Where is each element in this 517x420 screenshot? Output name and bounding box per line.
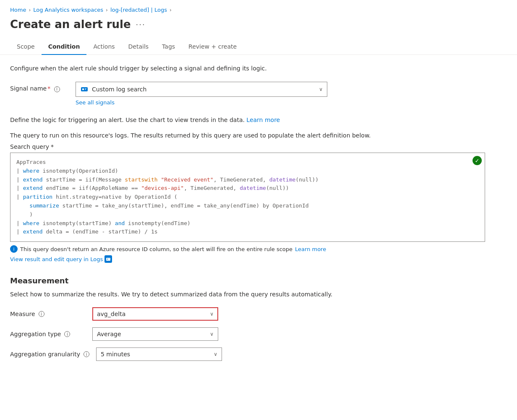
query-editor-wrapper: AppTraces | where isnotempty(OperationId… [10, 153, 485, 242]
query-info-row: i This query doesn't return an Azure res… [10, 245, 485, 253]
tab-tags[interactable]: Tags [155, 39, 182, 55]
query-info-icon: i [10, 245, 18, 253]
svg-rect-6 [109, 259, 110, 259]
query-line-5: | partition hint.strategy=native by Oper… [16, 193, 479, 202]
aggregation-type-info-icon[interactable]: i [64, 331, 70, 337]
content-area: Configure when the alert rule should tri… [0, 55, 495, 378]
svg-rect-5 [107, 259, 108, 259]
tab-condition[interactable]: Condition [42, 39, 87, 55]
condition-description: Configure when the alert rule should tri… [10, 65, 485, 72]
page-title: Create an alert rule [10, 18, 131, 31]
learn-more-logic-link[interactable]: Learn more [246, 117, 280, 123]
aggregation-granularity-value: 5 minutes [101, 351, 130, 358]
measurement-description: Select how to summarize the results. We … [10, 290, 485, 299]
breadcrumb-log-analytics[interactable]: Log Analytics workspaces [33, 7, 103, 13]
query-info-message: This query doesn't return an Azure resou… [20, 246, 292, 252]
query-editor[interactable]: AppTraces | where isnotempty(OperationId… [10, 153, 485, 242]
query-line-4: | extend endTime = iif(AppRoleName == "d… [16, 184, 479, 193]
aggregation-type-row: Aggregation type i Average ∨ [10, 327, 485, 341]
see-all-signals-link[interactable]: See all signals [76, 99, 327, 106]
measure-info-icon[interactable]: i [39, 311, 44, 317]
required-marker: * [47, 85, 50, 92]
tab-review-create[interactable]: Review + create [182, 39, 243, 55]
tab-details[interactable]: Details [122, 39, 156, 55]
view-result-text: View result and edit query in Logs [10, 256, 103, 262]
query-line-6: summarize startTime = take_any(startTime… [16, 202, 479, 210]
signal-name-dropdown[interactable]: Custom log search ∨ [76, 82, 327, 97]
svg-rect-0 [81, 87, 88, 91]
tab-scope[interactable]: Scope [10, 39, 42, 55]
aggregation-type-chevron: ∨ [210, 331, 214, 337]
query-valid-icon: ✓ [473, 156, 482, 165]
signal-icon [80, 85, 89, 93]
tab-actions[interactable]: Actions [86, 39, 121, 55]
signal-name-row: Signal name* i Custom log search [10, 82, 485, 106]
tabs-container: Scope Condition Actions Details Tags Rev… [0, 39, 517, 55]
view-result-link[interactable]: View result and edit query in Logs [10, 255, 485, 263]
aggregation-type-label: Aggregation type i [10, 331, 86, 337]
aggregation-type-dropdown[interactable]: Average ∨ [92, 327, 218, 341]
measure-dropdown[interactable]: avg_delta ∨ [92, 307, 218, 321]
page-header: Create an alert rule ··· [0, 16, 517, 39]
view-result-icon [104, 255, 112, 263]
more-options-button[interactable]: ··· [136, 20, 146, 29]
signal-name-label: Signal name* i [10, 82, 69, 92]
query-line-2: | where isnotempty(OperationId) [16, 167, 479, 176]
breadcrumb: Home › Log Analytics workspaces › log-[r… [0, 0, 517, 16]
query-line-7: ) [16, 210, 479, 219]
signal-dropdown-chevron: ∨ [319, 86, 323, 92]
breadcrumb-sep-3: › [170, 7, 172, 13]
aggregation-granularity-chevron: ∨ [214, 351, 217, 357]
aggregation-granularity-dropdown[interactable]: 5 minutes ∨ [96, 347, 222, 361]
breadcrumb-logs[interactable]: log-[redacted] | Logs [110, 7, 167, 13]
measure-dropdown-chevron: ∨ [210, 311, 214, 317]
signal-name-value: Custom log search [92, 86, 146, 93]
measure-label: Measure i [10, 311, 86, 317]
aggregation-type-value: Average [97, 331, 121, 337]
logic-description: Define the logic for triggering an alert… [10, 116, 485, 124]
breadcrumb-home[interactable]: Home [10, 7, 26, 13]
aggregation-granularity-label: Aggregation granularity i [10, 351, 89, 358]
measurement-section: Measurement Select how to summarize the … [10, 276, 485, 361]
measurement-title: Measurement [10, 276, 485, 285]
breadcrumb-sep-2: › [106, 7, 108, 13]
query-line-1: AppTraces [16, 158, 479, 167]
aggregation-granularity-info-icon[interactable]: i [84, 351, 89, 357]
query-line-8: | where isnotempty(startTime) and isnote… [16, 219, 479, 228]
query-line-3: | extend startTime = iif(Message startsw… [16, 176, 479, 184]
search-query-label: Search query * [10, 143, 485, 150]
svg-rect-4 [106, 258, 110, 261]
svg-rect-2 [85, 88, 86, 89]
aggregation-granularity-row: Aggregation granularity i 5 minutes ∨ [10, 347, 485, 361]
query-info-learn-more-link[interactable]: Learn more [295, 246, 326, 252]
query-line-9: | extend delta = (endTime - startTime) /… [16, 228, 479, 236]
svg-rect-3 [85, 89, 86, 90]
breadcrumb-sep-1: › [29, 7, 31, 13]
search-query-required: * [51, 143, 54, 150]
svg-rect-1 [82, 88, 84, 90]
query-description: The query to run on this resource's logs… [10, 131, 485, 140]
measure-value: avg_delta [97, 311, 125, 317]
signal-name-info-icon[interactable]: i [54, 86, 60, 92]
measure-row: Measure i avg_delta ∨ [10, 307, 485, 321]
